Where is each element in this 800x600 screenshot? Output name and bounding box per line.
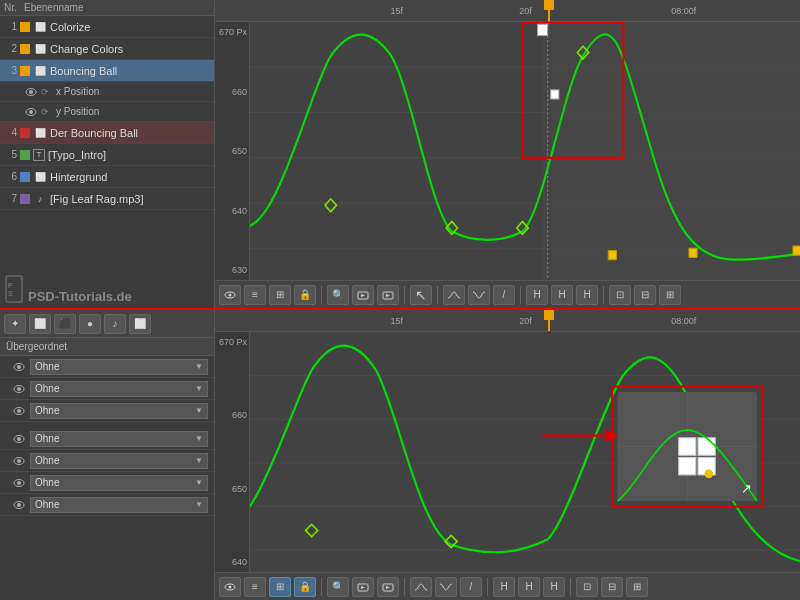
toolbar-btn-fit[interactable]: ⊡	[609, 285, 631, 305]
toolbar-btn-select[interactable]: ↖	[410, 285, 432, 305]
layer-item-5[interactable]: 5 T [Typo_Intro]	[0, 144, 214, 166]
layer-item-3[interactable]: 3 ⬜ Bouncing Ball	[0, 60, 214, 82]
prop-row-2[interactable]: Ohne ▼	[0, 378, 214, 400]
bottom-toolbar-btn-fit[interactable]: ⊡	[576, 577, 598, 597]
layer-icon-4: ⬜	[33, 126, 47, 140]
prop-value-7: Ohne	[35, 499, 59, 510]
layer-nr-4: 4	[2, 127, 20, 138]
bottom-graph-area[interactable]: 670 Px 660 650 640	[215, 332, 800, 572]
svg-rect-57	[698, 438, 715, 455]
bottom-toolbar: ✦ ⬜ ⬛ ● ♪ ⬜	[0, 310, 214, 338]
bottom-toolbar-btn-cam2[interactable]	[377, 577, 399, 597]
prop-row-7[interactable]: Ohne ▼	[0, 494, 214, 516]
prop-dropdown-5[interactable]: Ohne ▼	[30, 453, 208, 469]
bottom-toolbar-btn-h1[interactable]: H	[493, 577, 515, 597]
toolbar-btn-linear[interactable]: /	[493, 285, 515, 305]
svg-point-26	[229, 293, 232, 296]
prop-row-3[interactable]: Ohne ▼	[0, 400, 214, 422]
bottom-btn-sq1[interactable]: ⬜	[29, 314, 51, 334]
layer-item-1[interactable]: 1 ⬜ Colorize	[0, 16, 214, 38]
prop-row-4[interactable]: Ohne ▼	[0, 428, 214, 450]
bottom-y-650: 650	[217, 484, 247, 494]
sublayer-x-position[interactable]: ⟳ x Position	[0, 82, 214, 102]
toolbar-btn-h3[interactable]: H	[576, 285, 598, 305]
prop-row-6[interactable]: Ohne ▼	[0, 472, 214, 494]
bottom-toolbar-btn-h3[interactable]: H	[543, 577, 565, 597]
layer-item-2[interactable]: 2 ⬜ Change Colors	[0, 38, 214, 60]
layer-icon-1: ⬜	[33, 20, 47, 34]
toolbar-btn-list[interactable]: ≡	[244, 285, 266, 305]
layer-item-7[interactable]: 7 ♪ [Fig Leaf Rag.mp3]	[0, 188, 214, 210]
svg-rect-22	[793, 246, 800, 255]
top-graph-svg	[250, 22, 800, 280]
toolbar-btn-eye[interactable]	[219, 285, 241, 305]
prop-dropdown-6[interactable]: Ohne ▼	[30, 475, 208, 491]
toolbar-sep-2	[404, 286, 405, 304]
bottom-toolbar-btn-ease2[interactable]	[435, 577, 457, 597]
prop-dropdown-3[interactable]: Ohne ▼	[30, 403, 208, 419]
layer-color-3	[20, 66, 30, 76]
bottom-btn-circle[interactable]: ●	[79, 314, 101, 334]
toolbar-btn-h2[interactable]: H	[551, 285, 573, 305]
dropdown-arrow-3: ▼	[195, 406, 203, 415]
layer-label-1: Colorize	[50, 21, 212, 33]
top-timeline-ruler: 15f 20f 08:00f	[215, 0, 800, 22]
bottom-ruler-mark-8f: 08:00f	[671, 316, 696, 326]
bottom-y-670: 670 Px	[217, 337, 247, 347]
layer-color-1	[20, 22, 30, 32]
bottom-toolbar-sep-3	[487, 578, 488, 596]
toolbar-btn-lock[interactable]: 🔒	[294, 285, 316, 305]
bottom-toolbar-btn-list[interactable]: ≡	[244, 577, 266, 597]
toolbar-btn-fit2[interactable]: ⊟	[634, 285, 656, 305]
bottom-toolbar-btn-grid[interactable]: ⊞	[269, 577, 291, 597]
toolbar-btn-cam1[interactable]	[352, 285, 374, 305]
bottom-toolbar-btn-fit2[interactable]: ⊟	[601, 577, 623, 597]
eye-icon-prop-1	[12, 361, 26, 373]
prop-value-2: Ohne	[35, 383, 59, 394]
svg-text:P: P	[8, 282, 13, 289]
toolbar-btn-ease[interactable]	[443, 285, 465, 305]
layer-nr-1: 1	[2, 21, 20, 32]
svg-rect-21	[689, 248, 697, 257]
prop-dropdown-2[interactable]: Ohne ▼	[30, 381, 208, 397]
bottom-btn-music[interactable]: ♪	[104, 314, 126, 334]
eye-icon-prop-3	[12, 405, 26, 417]
toolbar-btn-fit3[interactable]: ⊞	[659, 285, 681, 305]
top-toolbar: ≡ ⊞ 🔒 🔍 ↖ / H H H	[215, 280, 800, 308]
layer-item-6[interactable]: 6 ⬜ Hintergrund	[0, 166, 214, 188]
prop-dropdown-7[interactable]: Ohne ▼	[30, 497, 208, 513]
bottom-toolbar-btn-h2[interactable]: H	[518, 577, 540, 597]
top-y-axis: 670 Px 660 650 640 630	[215, 22, 250, 280]
layer-label-3: Bouncing Ball	[50, 65, 212, 77]
toolbar-btn-ease2[interactable]	[468, 285, 490, 305]
toolbar-btn-h1[interactable]: H	[526, 285, 548, 305]
prop-value-5: Ohne	[35, 455, 59, 466]
layer-item-4[interactable]: 4 ⬜ Der Bouncing Ball	[0, 122, 214, 144]
toolbar-btn-cam2[interactable]	[377, 285, 399, 305]
prop-dropdown-4[interactable]: Ohne ▼	[30, 431, 208, 447]
bottom-btn-sq3[interactable]: ⬜	[129, 314, 151, 334]
bottom-toolbar-btn-ease[interactable]	[410, 577, 432, 597]
prop-dropdown-1[interactable]: Ohne ▼	[30, 359, 208, 375]
layer-nr-6: 6	[2, 171, 20, 182]
bottom-toolbar-btn-fit3[interactable]: ⊞	[626, 577, 648, 597]
layer-label-4: Der Bouncing Ball	[50, 127, 212, 139]
dropdown-arrow-5: ▼	[195, 456, 203, 465]
svg-text:S: S	[8, 290, 13, 297]
bottom-toolbar-btn-zoom[interactable]: 🔍	[327, 577, 349, 597]
toolbar-btn-grid[interactable]: ⊞	[269, 285, 291, 305]
prop-value-6: Ohne	[35, 477, 59, 488]
prop-row-5[interactable]: Ohne ▼	[0, 450, 214, 472]
prop-row-1[interactable]: Ohne ▼	[0, 356, 214, 378]
bottom-toolbar-btn-lock[interactable]: 🔒	[294, 577, 316, 597]
svg-marker-70	[386, 586, 390, 589]
bottom-toolbar-btn-eye[interactable]	[219, 577, 241, 597]
toolbar-btn-zoom[interactable]: 🔍	[327, 285, 349, 305]
bottom-btn-star[interactable]: ✦	[4, 314, 26, 334]
eye-icon-prop-7	[12, 499, 26, 511]
bottom-btn-sq2[interactable]: ⬛	[54, 314, 76, 334]
top-graph-area[interactable]: 670 Px 660 650 640 630	[215, 22, 800, 280]
bottom-toolbar-btn-linear[interactable]: /	[460, 577, 482, 597]
bottom-toolbar-btn-cam1[interactable]	[352, 577, 374, 597]
sublayer-y-position[interactable]: ⟳ y Position	[0, 102, 214, 122]
